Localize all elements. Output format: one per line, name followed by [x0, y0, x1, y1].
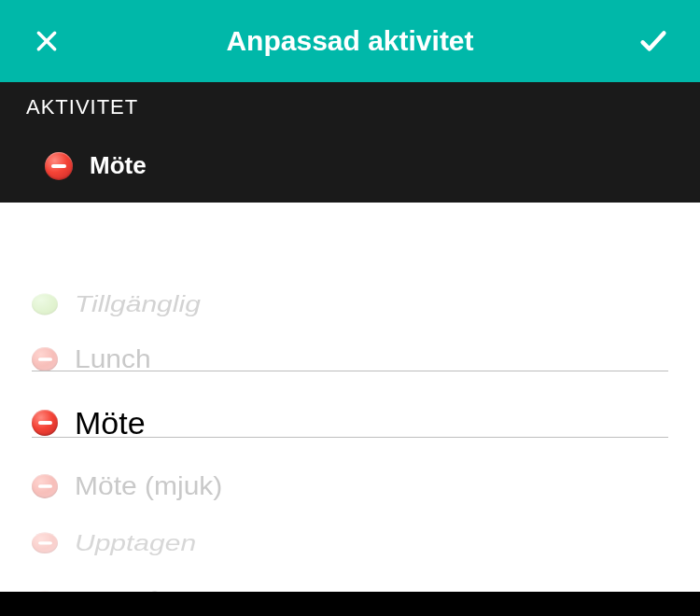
available-icon [32, 293, 58, 315]
header-bar: Anpassad aktivitet [0, 0, 700, 82]
picker-option[interactable]: Lunch [32, 332, 668, 387]
picker-option-selected[interactable]: Möte [32, 389, 668, 456]
picker-option-label: Lunch [75, 344, 151, 373]
do-not-disturb-icon [32, 347, 58, 371]
close-icon [35, 29, 59, 53]
section-header-aktivitet: AKTIVITET [0, 82, 700, 133]
bottom-bar [0, 592, 700, 616]
picker-option-label: Upptagen [75, 530, 196, 555]
selected-activity-row[interactable]: Möte [0, 133, 700, 203]
check-icon [637, 25, 669, 57]
picker-option[interactable]: Upptagen [32, 519, 668, 567]
confirm-button[interactable] [633, 21, 674, 62]
picker-option[interactable]: Tillgänglig [32, 280, 668, 329]
do-not-disturb-icon [32, 533, 58, 553]
picker-option-label: Möte [75, 405, 146, 441]
page-title: Anpassad aktivitet [67, 25, 633, 57]
do-not-disturb-icon [32, 474, 58, 498]
picker-option[interactable]: Möte (mjuk) [32, 459, 668, 514]
picker-option-label: Möte (mjuk) [75, 471, 222, 500]
do-not-disturb-icon [45, 152, 73, 180]
activity-picker[interactable]: Tillgänglig Lunch Möte Möte (mjuk) Uppta… [0, 203, 700, 595]
selected-activity-label: Möte [90, 151, 147, 180]
do-not-disturb-icon [32, 410, 58, 436]
close-button[interactable] [26, 21, 67, 62]
picker-option-label: Tillgänglig [75, 291, 201, 317]
